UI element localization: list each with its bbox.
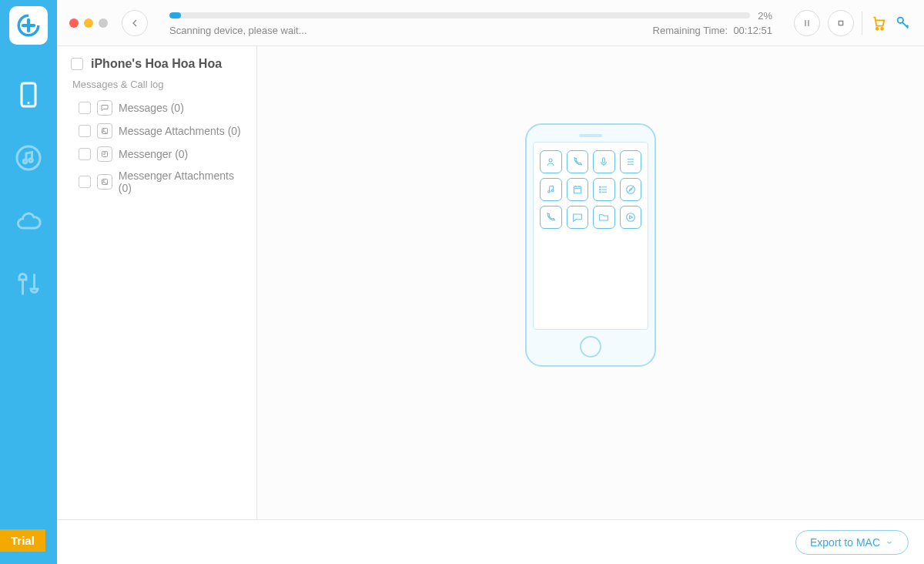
chevron-down-icon (885, 538, 894, 547)
category-item-messenger-attachments[interactable]: Messenger Attachments (0) (71, 166, 249, 198)
app-icon-notes (620, 150, 642, 173)
app-icon-safari (620, 178, 642, 201)
svg-point-8 (898, 17, 903, 22)
svg-point-16 (548, 190, 551, 193)
app-icon-contacts (540, 150, 562, 173)
app-logo (9, 6, 48, 45)
cart-button[interactable] (870, 15, 887, 32)
svg-rect-5 (839, 21, 842, 25)
svg-rect-18 (574, 186, 581, 193)
plus-recover-icon (15, 12, 42, 39)
close-window-icon[interactable] (69, 18, 79, 28)
category-label: Messenger Attachments (0) (119, 170, 249, 194)
progress-fill (169, 12, 181, 18)
progress-status-text: Scanning device, please wait... (169, 25, 307, 36)
category-checkbox[interactable] (79, 176, 91, 188)
phone-speaker (579, 134, 602, 137)
sidebar-item-icloud[interactable] (8, 194, 49, 248)
category-label: Messages (0) (119, 102, 184, 114)
music-note-icon (15, 144, 42, 172)
category-checkbox[interactable] (79, 102, 91, 114)
phone-illustration (525, 123, 656, 367)
topbar-right-controls (794, 10, 912, 36)
svg-point-20 (600, 189, 601, 190)
section-label: Messages & Call log (72, 79, 249, 90)
svg-point-10 (103, 129, 105, 131)
main-area: 2% Scanning device, please wait... Remai… (57, 0, 924, 564)
cart-icon (870, 15, 887, 32)
attachment-icon (97, 123, 112, 139)
trial-badge: Trial (0, 529, 45, 552)
phone-home-button (580, 336, 601, 358)
stop-icon (835, 17, 847, 29)
zoom-window-icon[interactable] (99, 18, 108, 28)
export-label: Export to MAC (810, 536, 880, 549)
category-panel: iPhone's Hoa Hoa Hoa Messages & Call log… (57, 46, 257, 519)
progress-percent: 2% (758, 10, 772, 22)
svg-point-14 (549, 159, 552, 162)
category-checkbox[interactable] (79, 125, 91, 137)
app-icon-list (593, 178, 615, 201)
svg-point-6 (876, 27, 879, 29)
app-icon-call (567, 150, 589, 173)
svg-point-1 (28, 102, 30, 104)
app-root: Trial 2% Scanning device, ple (0, 0, 924, 564)
scan-progress: 2% Scanning device, please wait... Remai… (169, 10, 772, 36)
footer-bar: Export to MAC (57, 519, 924, 564)
app-icon-music (540, 178, 562, 201)
svg-point-19 (600, 186, 601, 187)
device-name: iPhone's Hoa Hoa Hoa (91, 57, 222, 71)
export-button[interactable]: Export to MAC (795, 530, 909, 555)
category-item-messages[interactable]: Messages (0) (71, 96, 249, 119)
window-traffic-lights[interactable] (69, 18, 108, 28)
svg-point-22 (626, 186, 634, 194)
app-icon-chat (567, 206, 589, 229)
cloud-icon (15, 207, 42, 235)
app-icon-video (620, 206, 642, 229)
separator (862, 12, 862, 35)
svg-point-21 (600, 192, 601, 193)
svg-point-7 (881, 27, 883, 29)
device-checkbox[interactable] (71, 58, 83, 70)
pause-icon (801, 17, 813, 29)
app-icon-files (593, 206, 615, 229)
content-row: iPhone's Hoa Hoa Hoa Messages & Call log… (57, 46, 924, 519)
progress-remaining: Remaining Time: 00:12:51 (653, 25, 772, 36)
top-bar: 2% Scanning device, please wait... Remai… (57, 0, 924, 46)
stop-button[interactable] (828, 10, 854, 36)
messenger-attachment-icon (97, 174, 112, 190)
left-sidebar: Trial (0, 0, 57, 564)
preview-area (257, 46, 924, 519)
arrow-left-icon (129, 17, 141, 29)
messages-icon (97, 100, 112, 116)
svg-point-13 (103, 180, 105, 182)
sidebar-item-tools[interactable] (8, 257, 49, 311)
category-item-message-attachments[interactable]: Message Attachments (0) (71, 119, 249, 143)
minimize-window-icon[interactable] (84, 18, 93, 28)
svg-point-17 (552, 190, 554, 192)
device-row[interactable]: iPhone's Hoa Hoa Hoa (71, 57, 249, 71)
svg-point-2 (17, 146, 40, 170)
category-label: Message Attachments (0) (119, 125, 241, 137)
key-icon (895, 15, 912, 32)
key-button[interactable] (895, 15, 912, 32)
back-button[interactable] (122, 10, 148, 36)
category-label: Messenger (0) (119, 148, 188, 160)
tools-icon (15, 270, 42, 298)
messenger-icon (97, 146, 112, 162)
app-icon-calendar (567, 178, 589, 201)
phone-screen (533, 142, 648, 330)
svg-rect-15 (603, 158, 605, 163)
category-checkbox[interactable] (79, 148, 91, 160)
sidebar-item-itunes[interactable] (8, 131, 49, 185)
app-icon-phone (540, 206, 562, 229)
progress-bar (169, 12, 750, 18)
phone-device-icon (15, 81, 42, 109)
app-icon-voice (593, 150, 615, 173)
pause-button[interactable] (794, 10, 820, 36)
sidebar-item-device[interactable] (8, 68, 49, 122)
category-item-messenger[interactable]: Messenger (0) (71, 143, 249, 166)
